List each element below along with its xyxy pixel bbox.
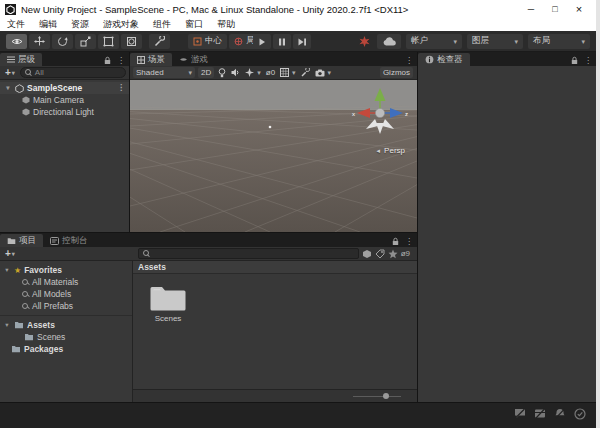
hierarchy-search-input[interactable]: All xyxy=(20,67,126,78)
asset-tile-scenes[interactable]: Scenes xyxy=(145,284,191,323)
layout-dropdown[interactable]: 布局 ▾ xyxy=(528,34,590,49)
scene-toolbar: Shaded ▾ 2D xyxy=(130,66,417,80)
close-button[interactable]: × xyxy=(567,3,591,15)
gizmos-dropdown[interactable]: Gizmos xyxy=(380,67,413,78)
lighting-toggle-button[interactable] xyxy=(217,67,227,78)
camera-settings-dropdown[interactable]: ▾ xyxy=(314,67,333,78)
kebab-menu-icon[interactable]: ⋮ xyxy=(117,84,125,92)
rect-tool-button[interactable] xyxy=(98,34,119,49)
grid-dropdown[interactable]: ▾ xyxy=(279,67,297,78)
lock-icon[interactable] xyxy=(103,56,112,65)
menu-gameobject[interactable]: 游戏对象 xyxy=(103,18,139,31)
favorite-all-prefabs[interactable]: All Prefabs xyxy=(0,300,132,312)
hierarchy-tab-controls: ⋮ xyxy=(103,56,129,66)
maximize-button[interactable]: □ xyxy=(543,4,567,14)
title-bar: New Unity Project - SampleScene - PC, Ma… xyxy=(0,0,596,18)
move-tool-button[interactable] xyxy=(29,34,50,49)
layers-dropdown[interactable]: 图层 ▾ xyxy=(467,34,523,49)
scene-viewport[interactable]: x z xyxy=(130,80,417,232)
effects-star-icon xyxy=(245,68,254,77)
menu-file[interactable]: 文件 xyxy=(7,18,25,31)
rotate-tool-button[interactable] xyxy=(52,34,73,49)
collab-button[interactable] xyxy=(356,34,372,49)
minimize-button[interactable]: ─ xyxy=(519,4,543,14)
project-add-button[interactable]: + ▾ xyxy=(3,248,17,259)
packages-row[interactable]: Packages xyxy=(0,343,132,355)
tab-game[interactable]: 游戏 xyxy=(172,53,215,66)
audio-toggle-button[interactable] xyxy=(230,67,241,78)
menu-component[interactable]: 组件 xyxy=(153,18,171,31)
status-cache-icon[interactable] xyxy=(534,408,546,419)
tab-console[interactable]: 控制台 xyxy=(43,234,95,247)
step-icon xyxy=(298,38,307,46)
2d-toggle-button[interactable]: 2D xyxy=(198,67,214,78)
persp-text: Persp xyxy=(384,146,405,155)
collab-alert-icon xyxy=(359,36,370,47)
component-tools-button[interactable] xyxy=(300,67,311,78)
save-search-star-icon[interactable] xyxy=(388,249,398,259)
project-toolbar: + ▾ ø9 xyxy=(0,247,417,261)
assets-row[interactable]: ▾ Assets xyxy=(0,319,132,331)
scene-tab-label: 场景 xyxy=(148,54,165,66)
tab-hierarchy[interactable]: 层级 xyxy=(0,53,42,66)
lightbulb-icon xyxy=(218,68,226,78)
menu-edit[interactable]: 编辑 xyxy=(39,18,57,31)
axis-x-label: x xyxy=(352,111,355,117)
shading-mode-dropdown[interactable]: Shaded ▾ xyxy=(133,67,195,78)
custom-tool-button[interactable] xyxy=(149,34,170,49)
scale-tool-button[interactable] xyxy=(75,34,96,49)
asset-scale-slider[interactable] xyxy=(353,392,401,400)
kebab-menu-icon[interactable]: ⋮ xyxy=(584,57,592,65)
favorites-label: Favorites xyxy=(24,265,62,275)
disclosure-triangle-icon[interactable]: ▾ xyxy=(4,84,12,92)
play-button[interactable] xyxy=(253,34,271,49)
transform-tool-button[interactable] xyxy=(121,34,142,49)
axis-z-label: z xyxy=(405,111,408,117)
project-hidden-count[interactable]: ø9 xyxy=(401,249,410,258)
disclosure-triangle-icon[interactable]: ▾ xyxy=(3,266,11,274)
scenes-folder-row[interactable]: Scenes xyxy=(0,331,132,343)
scene-visibility-button[interactable]: ø0 xyxy=(265,67,276,78)
orientation-gizmo[interactable]: x z xyxy=(349,84,411,142)
favorite-all-materials[interactable]: All Materials xyxy=(0,276,132,288)
search-by-label-icon[interactable] xyxy=(375,249,385,259)
tab-project[interactable]: 项目 xyxy=(0,234,43,247)
menu-window[interactable]: 窗口 xyxy=(185,18,203,31)
tab-inspector[interactable]: 检查器 xyxy=(418,53,470,66)
perspective-label[interactable]: ◄ Persp xyxy=(375,146,405,155)
project-search-input[interactable] xyxy=(138,248,359,259)
packages-label: Packages xyxy=(24,344,63,354)
kebab-menu-icon[interactable]: ⋮ xyxy=(117,57,125,65)
tab-scene[interactable]: 场景 xyxy=(130,53,172,66)
disclosure-triangle-icon[interactable]: ▾ xyxy=(3,321,11,329)
cloud-button[interactable] xyxy=(377,34,401,49)
menu-help[interactable]: 帮助 xyxy=(217,18,235,31)
progress-circle-icon[interactable] xyxy=(574,408,586,420)
hierarchy-scene-row[interactable]: ▾ SampleScene ⋮ xyxy=(0,82,129,94)
hierarchy-search-placeholder: All xyxy=(35,68,44,77)
window-title: New Unity Project - SampleScene - PC, Ma… xyxy=(21,4,519,15)
assets-grid[interactable]: Scenes xyxy=(133,274,417,389)
slider-handle[interactable] xyxy=(383,393,389,399)
tool-handle-position-button[interactable]: 中心 xyxy=(188,34,227,49)
step-button[interactable] xyxy=(293,34,311,49)
menu-assets[interactable]: 资源 xyxy=(71,18,89,31)
hierarchy-item-main-camera[interactable]: Main Camera xyxy=(0,94,129,106)
status-activity-icon[interactable] xyxy=(554,408,566,419)
lock-icon[interactable] xyxy=(570,56,579,65)
search-by-type-icon[interactable] xyxy=(362,249,372,259)
kebab-menu-icon[interactable]: ⋮ xyxy=(405,57,413,65)
favorite-all-models[interactable]: All Models xyxy=(0,288,132,300)
local-rotation-icon xyxy=(234,37,243,46)
account-dropdown[interactable]: 帐户 ▾ xyxy=(406,34,462,49)
status-message-icon[interactable] xyxy=(514,408,526,419)
kebab-menu-icon[interactable]: ⋮ xyxy=(405,238,413,246)
effects-dropdown[interactable]: ▾ xyxy=(244,67,262,78)
hierarchy-item-directional-light[interactable]: Directional Light xyxy=(0,106,129,118)
pause-button[interactable] xyxy=(273,34,291,49)
lock-icon[interactable] xyxy=(391,237,400,246)
view-tool-button[interactable] xyxy=(6,34,27,49)
favorites-row[interactable]: ▾ ★ Favorites xyxy=(0,264,132,276)
hierarchy-add-button[interactable]: + ▾ xyxy=(3,67,17,78)
search-icon xyxy=(22,303,29,310)
